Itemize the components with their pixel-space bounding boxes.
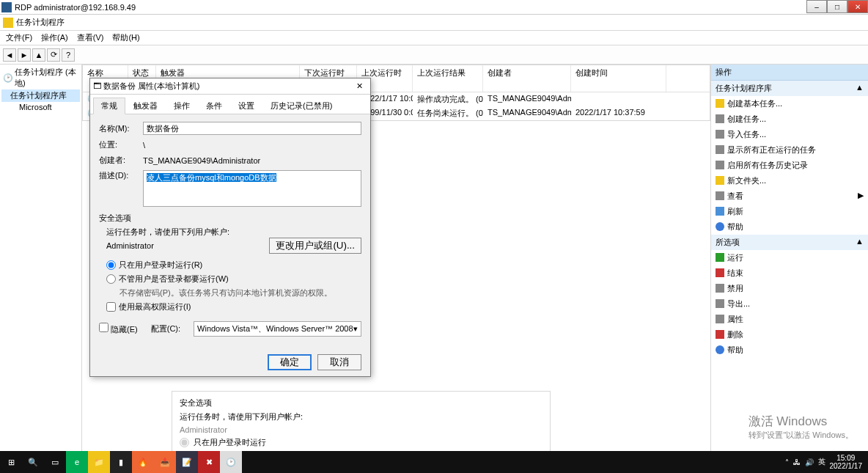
action-properties[interactable]: 属性 — [711, 312, 868, 327]
properties-dialog: 🗔 数据备份 属性(本地计算机) ✕ 常规 触发器 操作 条件 设置 历史记录(… — [89, 78, 371, 377]
tray-sound-icon[interactable]: 🔊 — [805, 458, 814, 466]
name-input[interactable] — [143, 122, 361, 135]
bg-radio-loggedon — [180, 438, 189, 447]
taskbar-app-2[interactable]: 📥 — [154, 451, 176, 473]
desc-textarea[interactable]: 凌人三点备份mysql和mongoDB数据 — [143, 170, 361, 207]
configure-combo[interactable]: Windows Vista™、Windows Server™ 2008 ▾ — [194, 321, 361, 337]
runtime-account-label: 运行任务时，请使用下列用户帐户: — [180, 410, 542, 424]
watermark-subtitle: 转到"设置"以激活 Windows。 — [749, 430, 854, 441]
task-scheduler-icon — [3, 18, 13, 28]
rdp-close-button[interactable]: ✕ — [847, 0, 868, 13]
configure-value: Windows Vista™、Windows Server™ 2008 — [197, 323, 353, 334]
location-label: 位置: — [99, 139, 143, 150]
tab-conditions[interactable]: 条件 — [198, 98, 230, 114]
ts-title: 任务计划程序 — [16, 17, 65, 28]
forward-button[interactable]: ► — [18, 48, 31, 62]
radio1-label: 只在用户登录时运行(R) — [119, 260, 202, 271]
start-button[interactable]: ⊞ — [0, 451, 22, 473]
ok-button[interactable]: 确定 — [268, 354, 312, 370]
col-created[interactable]: 创建时间 — [571, 65, 666, 92]
action-refresh[interactable]: 刷新 — [711, 204, 868, 219]
collapse-icon[interactable]: ▲ — [856, 83, 864, 94]
menu-action[interactable]: 操作(A) — [38, 31, 71, 45]
tree-library-label: 任务计划程序库 — [10, 90, 67, 101]
rdp-titlebar: RDP administrator@192.168.9.49 – □ ✕ — [0, 0, 868, 15]
action-disable[interactable]: 禁用 — [711, 281, 868, 296]
taskbar-app-cmd[interactable]: ▮ — [110, 451, 132, 473]
tree-microsoft[interactable]: Microsoft — [1, 102, 80, 112]
action-import[interactable]: 导入任务... — [711, 127, 868, 142]
radio2-label: 不管用户是否登录都要运行(W) — [119, 274, 229, 285]
tray-clock[interactable]: 15:09 2022/1/17 — [830, 454, 863, 470]
up-button[interactable]: ▲ — [32, 48, 45, 62]
actions-pane: 操作 任务计划程序库▲ 创建基本任务... 创建任务... 导入任务... 显示… — [710, 65, 868, 451]
action-run[interactable]: 运行 — [711, 250, 868, 265]
action-end[interactable]: 结束 — [711, 265, 868, 281]
tab-settings[interactable]: 设置 — [230, 98, 262, 114]
action-create-basic[interactable]: 创建基本任务... — [711, 96, 868, 111]
action-new-folder[interactable]: 新文件夹... — [711, 173, 868, 188]
tab-triggers[interactable]: 触发器 — [125, 98, 166, 114]
desc-label: 描述(D): — [99, 170, 143, 181]
taskbar-app-explorer[interactable]: 📁 — [88, 451, 110, 473]
tree-library[interactable]: 任务计划程序库 — [1, 89, 80, 102]
chevron-right-icon: ▶ — [858, 191, 864, 202]
col-author[interactable]: 创建者 — [483, 65, 571, 92]
refresh-button[interactable]: ⟳ — [47, 48, 60, 62]
rdp-maximize-button[interactable]: □ — [827, 0, 847, 13]
change-user-button[interactable]: 更改用户或组(U)... — [269, 238, 361, 254]
radio-anytime[interactable] — [106, 274, 116, 284]
dialog-close-button[interactable]: ✕ — [351, 80, 367, 93]
collapse-icon[interactable]: ▲ — [856, 237, 864, 248]
tab-general[interactable]: 常规 — [93, 98, 125, 114]
action-help2[interactable]: 帮助 — [711, 342, 868, 358]
security-options-label: 安全选项 — [180, 396, 542, 410]
taskview-button[interactable]: ▭ — [44, 451, 66, 473]
menu-view[interactable]: 查看(V) — [74, 31, 107, 45]
action-delete[interactable]: 删除 — [711, 327, 868, 342]
desc-text: 凌人三点备份mysql和mongoDB数据 — [147, 173, 276, 182]
cell: 2022/1/17 10:37:59 — [571, 107, 666, 120]
tab-history[interactable]: 历史记录(已禁用) — [262, 98, 340, 114]
taskbar-app-1[interactable]: 🔥 — [132, 451, 154, 473]
action-export[interactable]: 导出... — [711, 296, 868, 312]
actions-header: 操作 — [711, 65, 868, 81]
radio-loggedon[interactable] — [106, 260, 116, 270]
taskbar-app-taskscheduler[interactable]: 🕑 — [220, 451, 242, 473]
back-button[interactable]: ◄ — [3, 48, 16, 62]
action-enable-history[interactable]: 启用所有任务历史记录 — [711, 158, 868, 173]
col-result[interactable]: 上次运行结果 — [413, 65, 483, 92]
taskbar-app-edge[interactable]: e — [66, 451, 88, 473]
user-account-value: Administrator — [106, 241, 269, 250]
chevron-down-icon: ▾ — [353, 324, 358, 334]
configure-label: 配置(C): — [151, 323, 180, 334]
tray-chevron-icon[interactable]: ˄ — [785, 458, 789, 466]
rdp-minimize-button[interactable]: – — [806, 0, 827, 13]
highest-checkbox[interactable] — [106, 302, 116, 312]
runtime-account-label: 运行任务时，请使用下列用户帐户: — [99, 227, 361, 238]
action-view[interactable]: 查看▶ — [711, 188, 868, 204]
dialog-title: 数据备份 属性(本地计算机) — [103, 81, 199, 90]
taskbar-app-3[interactable]: ✖ — [198, 451, 220, 473]
author-label: 创建者: — [99, 155, 143, 166]
action-help[interactable]: 帮助 — [711, 219, 868, 235]
action-show-running[interactable]: 显示所有正在运行的任务 — [711, 142, 868, 158]
taskbar-app-notepad[interactable]: 📝 — [176, 451, 198, 473]
hidden-checkbox[interactable] — [99, 323, 108, 332]
tray-ime-icon[interactable]: 英 — [818, 457, 825, 467]
cancel-button[interactable]: 取消 — [317, 354, 361, 370]
search-button[interactable]: 🔍 — [22, 451, 44, 473]
clock-date: 2022/1/17 — [830, 462, 863, 470]
tab-actions[interactable]: 操作 — [166, 98, 198, 114]
bg-radio1-label: 只在用户登录时运行 — [194, 437, 266, 448]
rdp-title: RDP administrator@192.168.9.49 — [15, 3, 136, 12]
name-label: 名称(M): — [99, 123, 143, 134]
action-create-task[interactable]: 创建任务... — [711, 111, 868, 127]
menu-bar: 文件(F) 操作(A) 查看(V) 帮助(H) — [0, 31, 868, 45]
tree-root[interactable]: 🕑 任务计划程序 (本地) — [1, 66, 80, 89]
tree-root-label: 任务计划程序 (本地) — [15, 67, 78, 89]
help-button[interactable]: ? — [62, 48, 75, 62]
menu-help[interactable]: 帮助(H) — [109, 31, 142, 45]
menu-file[interactable]: 文件(F) — [3, 31, 35, 45]
tray-network-icon[interactable]: 🖧 — [793, 458, 801, 466]
